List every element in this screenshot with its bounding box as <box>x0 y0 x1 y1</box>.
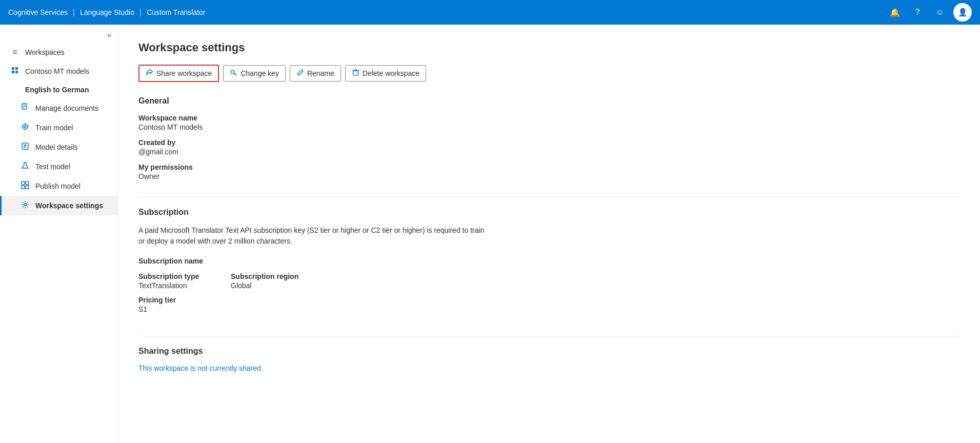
my-permissions-field: My permissions Owner <box>138 163 959 180</box>
divider-1 <box>138 197 959 197</box>
change-key-button[interactable]: Change key <box>223 65 286 82</box>
brand-custom-translator[interactable]: Custom Translator <box>147 8 205 16</box>
general-section: General Workspace name Contoso MT models… <box>138 96 959 180</box>
created-by-value: @gmail.com <box>138 148 959 156</box>
share-workspace-label: Share workspace <box>156 69 212 77</box>
general-title: General <box>138 96 959 106</box>
manage-documents-icon <box>20 103 30 113</box>
sidebar-label-publish-model: Publish model <box>35 182 81 190</box>
sidebar-item-manage-documents[interactable]: Manage documents <box>0 98 117 118</box>
workspaces-icon: ≡ <box>10 48 20 57</box>
sidebar-item-train-model[interactable]: Train model <box>0 118 117 137</box>
subscription-type-label: Subscription type <box>138 272 231 280</box>
subscription-region-field: Subscription region Global <box>231 272 333 290</box>
svg-point-8 <box>23 124 28 129</box>
contoso-mt-icon <box>10 66 20 76</box>
sidebar-label-workspace-settings: Workspace settings <box>35 202 103 210</box>
sharing-note: This workspace is not currently shared. <box>138 364 959 372</box>
change-key-label: Change key <box>241 69 279 77</box>
subscription-type-field: Subscription type TextTranslation <box>138 272 231 290</box>
layout: « ≡ Workspaces Contoso MT models English… <box>0 25 980 443</box>
sidebar-label-model-details: Model details <box>35 143 78 151</box>
topbar: Cognitive Services | Language Studio | C… <box>0 0 980 25</box>
subscription-type-value: TextTranslation <box>138 281 231 290</box>
model-details-icon <box>20 142 30 152</box>
train-model-icon <box>20 123 30 133</box>
svg-rect-20 <box>26 182 29 185</box>
workspace-settings-icon <box>20 200 30 211</box>
help-button[interactable]: ? <box>908 3 927 22</box>
delete-workspace-label: Delete workspace <box>363 69 419 77</box>
publish-model-icon <box>20 181 30 191</box>
workspace-name-value: Contoso MT models <box>138 123 959 131</box>
sidebar-item-publish-model[interactable]: Publish model <box>0 176 117 196</box>
feedback-button[interactable]: ☺ <box>931 3 949 22</box>
collapse-icon-btn[interactable]: « <box>107 31 111 39</box>
sidebar-label-test-model: Test model <box>35 163 70 171</box>
svg-rect-2 <box>12 71 14 73</box>
subscription-title: Subscription <box>138 208 959 217</box>
svg-point-24 <box>231 70 235 74</box>
topbar-right: 🔔 ? ☺ 👤 <box>886 3 972 22</box>
sidebar-collapse[interactable]: « <box>0 29 117 43</box>
subscription-details-grid: Subscription type TextTranslation Subscr… <box>138 272 959 319</box>
created-by-field: Created by @gmail.com <box>138 138 959 156</box>
sharing-section: Sharing settings This workspace is not c… <box>138 347 959 372</box>
svg-line-26 <box>235 73 236 74</box>
sidebar-label-workspaces: Workspaces <box>25 48 65 56</box>
pricing-tier-field: Pricing tier S1 <box>138 296 231 313</box>
brand-cognitive-services[interactable]: Cognitive Services <box>8 8 68 16</box>
topbar-sep2: | <box>139 8 142 17</box>
sidebar-item-workspace-settings[interactable]: Workspace settings <box>0 196 117 215</box>
subscription-name-label: Subscription name <box>138 257 959 265</box>
share-icon <box>146 69 153 78</box>
sidebar-item-english-to-german[interactable]: English to German <box>0 81 117 98</box>
rename-icon <box>296 69 304 78</box>
svg-rect-19 <box>22 182 25 185</box>
subscription-region-value: Global <box>231 281 333 290</box>
sidebar-item-test-model[interactable]: Test model <box>0 157 117 176</box>
subscription-note: A paid Microsoft Translator Text API sub… <box>138 225 487 247</box>
test-model-icon <box>20 162 30 172</box>
sharing-title: Sharing settings <box>138 347 959 356</box>
created-by-label: Created by <box>138 138 959 147</box>
sidebar-label-english-german: English to German <box>25 86 89 94</box>
sidebar-label-manage-documents: Manage documents <box>35 104 98 112</box>
main-content: Workspace settings Share workspace Chang… <box>118 25 980 443</box>
subscription-region-label: Subscription region <box>231 272 333 280</box>
share-workspace-button[interactable]: Share workspace <box>138 65 219 82</box>
pricing-tier-value: S1 <box>138 305 231 313</box>
svg-rect-0 <box>12 67 14 70</box>
my-permissions-label: My permissions <box>138 163 959 171</box>
notification-button[interactable]: 🔔 <box>886 3 904 22</box>
svg-rect-27 <box>353 71 358 75</box>
toolbar: Share workspace Change key Rename Delete… <box>138 65 959 82</box>
topbar-left: Cognitive Services | Language Studio | C… <box>8 8 206 17</box>
sidebar-item-workspaces[interactable]: ≡ Workspaces <box>0 43 117 62</box>
my-permissions-value: Owner <box>138 172 959 180</box>
svg-rect-22 <box>26 186 29 189</box>
rename-label: Rename <box>307 69 334 77</box>
sidebar-item-model-details[interactable]: Model details <box>0 137 117 157</box>
workspace-name-label: Workspace name <box>138 114 959 122</box>
svg-rect-3 <box>15 71 18 73</box>
sidebar: « ≡ Workspaces Contoso MT models English… <box>0 25 118 443</box>
sidebar-label-contoso-mt: Contoso MT models <box>25 67 89 75</box>
svg-rect-1 <box>15 67 18 70</box>
key-icon <box>230 69 237 78</box>
avatar-button[interactable]: 👤 <box>953 3 972 22</box>
subscription-section: Subscription A paid Microsoft Translator… <box>138 208 959 319</box>
pricing-tier-label: Pricing tier <box>138 296 231 304</box>
rename-button[interactable]: Rename <box>290 65 341 82</box>
svg-point-23 <box>24 204 27 206</box>
page-title: Workspace settings <box>138 41 959 54</box>
delete-workspace-button[interactable]: Delete workspace <box>345 65 426 82</box>
brand-language-studio[interactable]: Language Studio <box>80 8 134 16</box>
sidebar-item-contoso-mt[interactable]: Contoso MT models <box>0 62 117 81</box>
sidebar-label-train-model: Train model <box>35 124 73 132</box>
workspace-name-field: Workspace name Contoso MT models <box>138 114 959 131</box>
subscription-name-field: Subscription name <box>138 257 959 265</box>
svg-rect-21 <box>22 186 25 189</box>
divider-2 <box>138 336 959 336</box>
topbar-sep1: | <box>73 8 75 17</box>
